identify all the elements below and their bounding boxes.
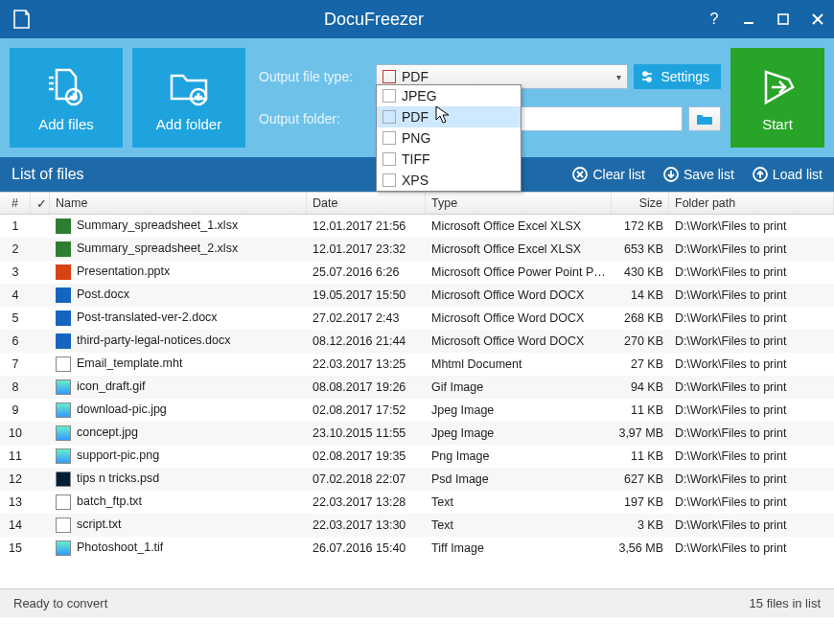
file-row[interactable]: 13batch_ftp.txt22.03.2017 13:28Text197 K… (0, 491, 834, 514)
cell-size: 430 KB (612, 265, 669, 279)
cell-name: Photoshoot_1.tif (50, 540, 307, 556)
file-row[interactable]: 1Summary_spreadsheet_1.xlsx12.01.2017 21… (0, 215, 834, 238)
cell-num: 5 (0, 311, 31, 325)
cell-path: D:\Work\Files to print (669, 380, 834, 394)
maximize-button[interactable] (775, 11, 792, 28)
cell-name: third-party-legal-notices.docx (50, 334, 307, 349)
cell-name: icon_draft.gif (50, 380, 307, 395)
dropdown-option-png[interactable]: PNG (377, 127, 521, 149)
output-type-label: Output file type: (259, 69, 370, 84)
cell-num: 10 (0, 426, 31, 440)
pdf-icon (382, 70, 396, 83)
file-row[interactable]: 10concept.jpg23.10.2015 11:55Jpeg Image3… (0, 422, 834, 445)
file-icon (56, 288, 71, 303)
cell-num: 9 (0, 403, 31, 417)
col-size[interactable]: Size (612, 193, 669, 214)
cell-name: download-pic.jpg (50, 402, 307, 418)
save-list-button[interactable]: Save list (662, 166, 734, 183)
cell-name: Summary_spreadsheet_2.xlsx (50, 242, 307, 257)
cell-date: 02.08.2017 17:52 (307, 403, 426, 417)
titlebar: DocuFreezer ? (0, 0, 834, 38)
cell-num: 14 (0, 518, 31, 532)
svg-rect-2 (778, 14, 788, 24)
col-type[interactable]: Type (426, 193, 612, 214)
cell-path: D:\Work\Files to print (669, 334, 834, 348)
dropdown-option-xps[interactable]: XPS (377, 170, 521, 191)
file-icon (56, 426, 71, 441)
file-row[interactable]: 9download-pic.jpg02.08.2017 17:52Jpeg Im… (0, 399, 834, 422)
file-icon (56, 334, 71, 349)
file-icon (56, 448, 71, 464)
add-files-icon (43, 64, 89, 110)
file-row[interactable]: 2Summary_spreadsheet_2.xlsx12.01.2017 23… (0, 238, 834, 261)
cell-name: support-pic.png (50, 448, 307, 464)
dropdown-option-jpeg[interactable]: JPEG (377, 85, 521, 106)
load-list-button[interactable]: Load list (752, 166, 822, 183)
file-icon (56, 310, 71, 326)
load-list-label: Load list (773, 167, 822, 182)
file-row[interactable]: 15Photoshoot_1.tif26.07.2016 15:40Tiff I… (0, 537, 834, 560)
cell-size: 627 KB (612, 472, 669, 486)
cell-size: 3 KB (612, 518, 669, 532)
file-icon (56, 218, 71, 234)
file-icon (56, 518, 71, 533)
file-row[interactable]: 7Email_template.mht22.03.2017 13:25Mhtml… (0, 353, 834, 376)
cell-name: script.txt (50, 518, 307, 533)
file-row[interactable]: 6third-party-legal-notices.docx08.12.201… (0, 330, 834, 353)
file-row[interactable]: 12tips n tricks.psd07.02.2018 22:07Psd I… (0, 468, 834, 491)
save-list-label: Save list (683, 167, 734, 182)
file-row[interactable]: 3Presentation.pptx25.07.2016 6:26Microso… (0, 261, 834, 284)
clear-list-button[interactable]: Clear list (571, 166, 644, 183)
cell-size: 172 KB (612, 219, 669, 233)
col-date[interactable]: Date (307, 193, 426, 214)
cell-size: 27 KB (612, 357, 669, 371)
browse-folder-button[interactable] (688, 106, 721, 131)
add-files-label: Add files (38, 116, 94, 132)
output-panel: Output file type: PDF ▾ Settings Output … (255, 48, 721, 148)
cell-date: 12.01.2017 23:32 (307, 242, 426, 256)
dropdown-option-pdf[interactable]: PDF (377, 106, 521, 127)
load-icon (752, 166, 769, 183)
cell-size: 94 KB (612, 380, 669, 394)
file-row[interactable]: 5Post-translated-ver-2.docx27.02.2017 2:… (0, 307, 834, 330)
col-check[interactable]: ✓ (31, 193, 50, 214)
output-folder-label: Output folder: (259, 111, 370, 126)
add-folder-label: Add folder (156, 116, 221, 132)
col-num[interactable]: # (0, 193, 31, 214)
cell-type: Microsoft Office Word DOCX (426, 334, 612, 348)
cell-date: 22.03.2017 13:28 (307, 495, 426, 509)
status-left: Ready to convert (13, 596, 107, 610)
file-icon (56, 380, 71, 395)
cell-date: 27.02.2017 2:43 (307, 311, 426, 325)
chevron-down-icon: ▾ (616, 72, 621, 82)
cell-path: D:\Work\Files to print (669, 288, 834, 302)
cell-num: 8 (0, 380, 31, 394)
start-button[interactable]: Start (730, 48, 824, 148)
app-title: DocuFreezer (42, 10, 706, 30)
dropdown-option-tiff[interactable]: TIFF (377, 149, 521, 170)
cell-type: Microsoft Office Power Point PPTX (426, 265, 612, 279)
add-files-button[interactable]: Add files (10, 48, 123, 148)
cell-path: D:\Work\Files to print (669, 403, 834, 417)
file-row[interactable]: 14script.txt22.03.2017 13:30Text3 KBD:\W… (0, 514, 834, 537)
cell-path: D:\Work\Files to print (669, 426, 834, 440)
minimize-button[interactable] (740, 11, 757, 28)
app-logo-icon (8, 6, 35, 33)
cell-name: concept.jpg (50, 426, 307, 441)
add-folder-button[interactable]: Add folder (132, 48, 245, 148)
file-row[interactable]: 11support-pic.png02.08.2017 19:35Png Ima… (0, 445, 834, 468)
settings-label: Settings (660, 69, 709, 84)
cell-date: 22.03.2017 13:25 (307, 357, 426, 371)
settings-button[interactable]: Settings (634, 64, 721, 89)
output-type-dropdown: JPEGPDFPNGTIFFXPS (376, 84, 521, 192)
close-button[interactable] (809, 11, 826, 28)
file-icon (56, 356, 71, 372)
file-row[interactable]: 4Post.docx19.05.2017 15:50Microsoft Offi… (0, 284, 834, 307)
pdf-icon (382, 110, 396, 124)
help-button[interactable]: ? (706, 11, 723, 28)
file-row[interactable]: 8icon_draft.gif08.08.2017 19:26Gif Image… (0, 376, 834, 399)
clear-list-label: Clear list (592, 167, 644, 182)
col-path[interactable]: Folder path (669, 193, 834, 214)
grid-body[interactable]: 1Summary_spreadsheet_1.xlsx12.01.2017 21… (0, 215, 834, 588)
col-name[interactable]: Name (50, 193, 307, 214)
